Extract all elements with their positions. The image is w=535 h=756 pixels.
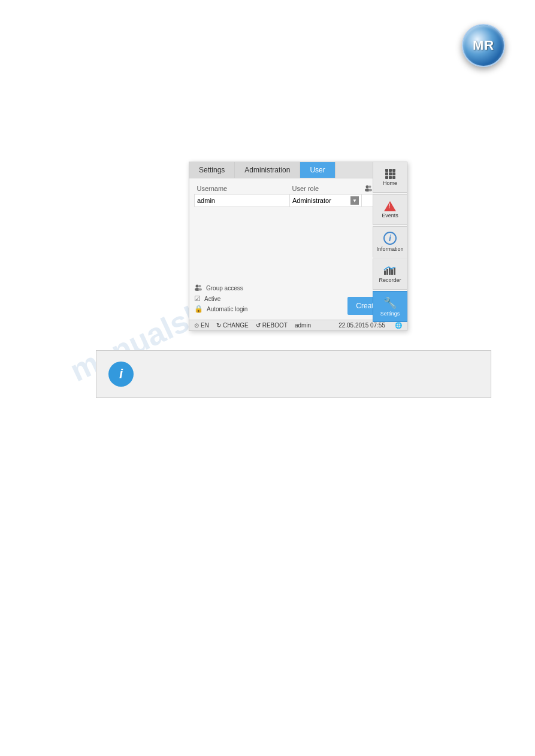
language-icon: ⊙ xyxy=(194,322,199,329)
home-label: Home xyxy=(383,180,397,186)
change-label[interactable]: CHANGE xyxy=(223,322,249,329)
svg-point-0 xyxy=(365,186,368,189)
legend-group-access: Group access xyxy=(194,284,247,293)
sidebar-item-settings[interactable]: 🔧 Settings xyxy=(373,291,407,322)
information-label: Information xyxy=(376,246,403,252)
empty-space xyxy=(194,210,402,275)
home-icon xyxy=(385,169,395,179)
info-box: i xyxy=(96,350,491,398)
legend-active-icon: ☑ xyxy=(194,294,201,303)
legend-group-label: Group access xyxy=(206,285,243,292)
svg-point-7 xyxy=(198,289,202,291)
logo-text: MR xyxy=(473,38,494,53)
legend-group-icon xyxy=(194,284,202,293)
recorder-label: Recorder xyxy=(379,277,401,283)
table-row: admin Administrator ▼ ✔ ✔ xyxy=(195,195,402,207)
legend-active: ☑ Active xyxy=(194,294,247,303)
sidebar-item-events[interactable]: ! Events xyxy=(373,194,407,225)
svg-point-1 xyxy=(368,186,371,188)
reboot-item[interactable]: ↺ REBOOT xyxy=(256,322,288,329)
events-label: Events xyxy=(382,212,398,218)
change-item[interactable]: ↻ CHANGE xyxy=(216,322,249,329)
sidebar-item-home[interactable]: Home xyxy=(373,162,407,193)
language-item: ⊙ EN xyxy=(194,322,209,329)
legend-auto-login-label: Automatic login xyxy=(207,306,247,312)
tab-user[interactable]: User xyxy=(300,162,335,178)
settings-label: Settings xyxy=(380,311,400,317)
language-label[interactable]: EN xyxy=(201,322,209,329)
sidebar-item-information[interactable]: i Information xyxy=(373,226,407,257)
svg-rect-9 xyxy=(386,269,388,275)
legend-active-label: Active xyxy=(204,296,220,302)
svg-point-4 xyxy=(196,285,199,288)
sidebar-item-recorder[interactable]: Recorder xyxy=(373,259,407,290)
reboot-icon: ↺ xyxy=(256,322,261,329)
status-user: admin xyxy=(295,322,311,329)
svg-point-3 xyxy=(368,189,372,192)
col-username: Username xyxy=(195,183,290,195)
role-text: Administrator xyxy=(292,197,350,204)
cell-role: Administrator ▼ xyxy=(290,195,362,207)
info-box-icon: i xyxy=(108,362,134,387)
legend-auto-login: 🔒 Automatic login xyxy=(194,305,247,313)
cell-username: admin xyxy=(195,195,290,207)
mr-logo: MR xyxy=(462,24,505,67)
legend-lock-icon: 🔒 xyxy=(194,305,203,313)
right-sidebar: Home ! Events i Information Recorder 🔧 S… xyxy=(373,162,407,323)
col-user-role: User role xyxy=(290,183,362,195)
reboot-label[interactable]: REBOOT xyxy=(262,322,288,329)
role-dropdown-arrow[interactable]: ▼ xyxy=(350,196,359,205)
change-icon: ↻ xyxy=(216,322,221,329)
user-table: Username User role ✔ xyxy=(194,183,402,207)
svg-rect-12 xyxy=(394,268,395,275)
svg-point-5 xyxy=(199,285,201,287)
settings-icon: 🔧 xyxy=(383,296,397,309)
svg-rect-11 xyxy=(391,269,393,275)
information-icon: i xyxy=(383,232,397,245)
tab-administration[interactable]: Administration xyxy=(235,162,300,178)
tab-settings[interactable]: Settings xyxy=(189,162,235,178)
legend: Group access ☑ Active 🔒 Automatic login xyxy=(194,284,247,315)
recorder-icon xyxy=(383,265,397,276)
events-icon: ! xyxy=(384,201,396,211)
svg-rect-8 xyxy=(384,271,386,275)
